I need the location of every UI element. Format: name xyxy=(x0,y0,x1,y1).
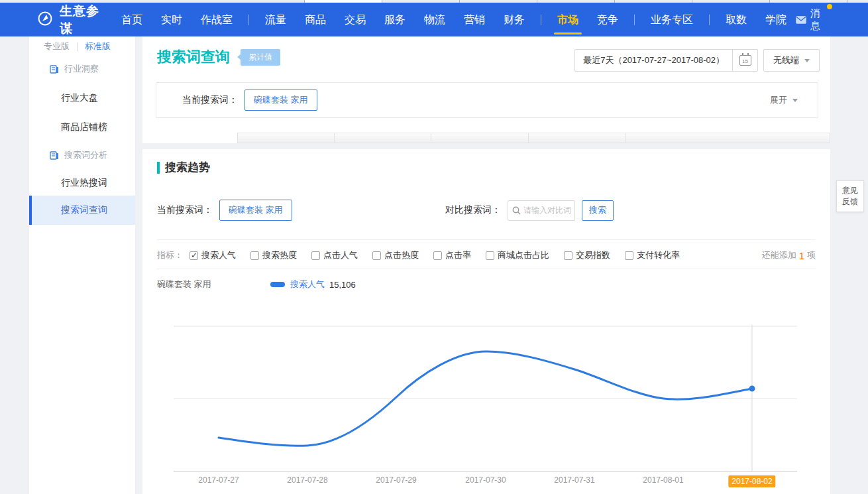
checkbox-icon[interactable] xyxy=(250,251,259,260)
sidebar-group-label: 搜索词分析 xyxy=(64,149,107,161)
divider xyxy=(157,239,816,240)
x-tick: 2017-07-27 xyxy=(198,475,239,485)
x-tick: 2017-07-29 xyxy=(376,475,416,485)
section-accent-bar xyxy=(157,162,160,174)
nav-item-marketing[interactable]: 营销 xyxy=(455,3,494,36)
tab-clipped[interactable] xyxy=(237,133,335,143)
x-axis-labels: 2017-07-27 2017-07-28 2017-07-29 2017-07… xyxy=(142,475,830,489)
nav-item-realtime[interactable]: 实时 xyxy=(152,3,191,36)
metric-trade-index[interactable]: 交易指数 xyxy=(564,249,610,261)
clipped-tab-strip xyxy=(142,133,830,143)
chevron-down-icon xyxy=(792,99,798,102)
sidebar-item-search-word-query[interactable]: 搜索词查询 xyxy=(29,196,135,225)
series-color-pill xyxy=(270,282,285,287)
checkbox-icon[interactable] xyxy=(486,251,494,260)
nav-item-business-zone[interactable]: 业务专区 xyxy=(641,3,702,36)
current-search-label: 当前搜索词： xyxy=(157,204,213,216)
chart-legend-row: 碗碟套装 家用 搜索人气 15,106 xyxy=(157,277,816,292)
calendar-cell[interactable]: 15 xyxy=(732,49,757,72)
compass-logo-icon xyxy=(37,11,53,29)
messages-button[interactable]: 消息 xyxy=(796,7,826,32)
metric-search-heat[interactable]: 搜索热度 xyxy=(250,249,297,261)
legend-metric-value: 15,106 xyxy=(329,280,356,290)
sidebar-item-product-shop-rank[interactable]: 商品店铺榜 xyxy=(61,121,107,133)
report-icon xyxy=(50,151,59,160)
page-title: 搜索词查询 xyxy=(157,47,230,67)
x-tick-highlighted: 2017-08-02 xyxy=(728,475,775,487)
checkbox-checked-icon[interactable] xyxy=(190,251,198,260)
legend-series[interactable]: 搜索人气 15,106 xyxy=(270,277,356,292)
nav-item-finance[interactable]: 财务 xyxy=(494,3,534,36)
version-switch: 专业版 标准版 xyxy=(44,40,111,52)
date-range-text: 最近7天（2017-07-27~2017-08-02） xyxy=(575,54,732,66)
nav-item-goods[interactable]: 商品 xyxy=(296,3,335,36)
brand-name: 生意参谋 xyxy=(60,3,103,37)
search-icon xyxy=(512,206,521,215)
tab-clipped-active[interactable] xyxy=(142,133,237,143)
compare-search-input[interactable] xyxy=(523,206,570,215)
current-search-term-tag[interactable]: 碗碟套装 家用 xyxy=(219,200,292,221)
metrics-label: 指标： xyxy=(157,249,183,261)
nav-divider xyxy=(248,15,249,25)
metric-search-popularity[interactable]: 搜索人气 xyxy=(190,249,236,261)
x-tick: 2017-08-01 xyxy=(643,475,683,485)
terminal-dropdown[interactable]: 无线端 xyxy=(763,49,820,72)
nav-divider xyxy=(541,15,541,25)
version-standard[interactable]: 标准版 xyxy=(85,40,111,52)
metric-click-heat[interactable]: 点击热度 xyxy=(372,249,419,261)
x-tick: 2017-07-30 xyxy=(465,475,506,485)
search-trend-card: 搜索趋势 当前搜索词： 碗碟套装 家用 对比搜索词： 搜索 指标： 搜索人气 xyxy=(142,149,830,494)
top-nav: 生意参谋 首页 实时 作战室 流量 商品 交易 服务 物流 营销 财务 市场 竞… xyxy=(0,3,868,36)
metric-click-rate[interactable]: 点击率 xyxy=(433,249,471,261)
current-term-row: 当前搜索词： 碗碟套装 家用 xyxy=(157,200,292,221)
nav-item-logistics[interactable]: 物流 xyxy=(415,3,455,36)
section-header: 搜索趋势 xyxy=(157,160,210,175)
checkbox-icon[interactable] xyxy=(433,251,442,260)
tab-clipped[interactable] xyxy=(528,133,625,143)
calendar-icon: 15 xyxy=(739,55,751,66)
current-search-label: 当前搜索词： xyxy=(182,94,238,106)
expand-label: 展开 xyxy=(770,94,787,106)
nav-item-market-active[interactable]: 市场 xyxy=(548,3,588,36)
nav-item-service[interactable]: 服务 xyxy=(375,3,415,36)
tab-clipped[interactable] xyxy=(431,133,529,143)
tab-clipped[interactable] xyxy=(625,133,830,143)
brand[interactable]: 生意参谋 xyxy=(37,3,103,37)
metric-mall-click-share[interactable]: 商城点击占比 xyxy=(486,249,549,261)
metric-click-popularity[interactable]: 点击人气 xyxy=(311,249,358,261)
nav-item-home[interactable]: 首页 xyxy=(112,3,152,36)
checkbox-icon[interactable] xyxy=(311,251,320,260)
sidebar-group-label: 行业洞察 xyxy=(64,63,99,75)
nav-item-competition[interactable]: 竞争 xyxy=(588,3,627,36)
section-title: 搜索趋势 xyxy=(165,160,210,175)
nav-item-academy[interactable]: 学院 xyxy=(756,3,796,36)
nav-item-trade[interactable]: 交易 xyxy=(335,3,375,36)
metric-payment-conversion[interactable]: 支付转化率 xyxy=(625,249,680,261)
sidebar-item-industry-overview[interactable]: 行业大盘 xyxy=(61,92,98,104)
envelope-icon xyxy=(796,16,806,24)
nav-item-warroom[interactable]: 作战室 xyxy=(191,3,242,36)
nav-item-traffic[interactable]: 流量 xyxy=(256,3,296,36)
sidebar-item-hot-search-words[interactable]: 行业热搜词 xyxy=(61,177,107,189)
legend-metric-name: 搜索人气 xyxy=(290,278,325,290)
sidebar-group-industry-insight: 行业洞察 xyxy=(50,63,99,75)
feedback-button[interactable]: 意见 反馈 xyxy=(836,180,864,212)
expand-toggle[interactable]: 展开 xyxy=(770,94,798,106)
sidebar-group-search-analysis: 搜索词分析 xyxy=(50,149,107,161)
date-range-picker[interactable]: 最近7天（2017-07-27~2017-08-02） 15 xyxy=(574,49,758,72)
tab-clipped[interactable] xyxy=(334,133,431,143)
chevron-down-icon xyxy=(804,59,810,62)
search-button[interactable]: 搜索 xyxy=(582,200,614,221)
add-more-count: 1 xyxy=(799,250,804,261)
current-search-term-tag[interactable]: 碗碟套装 家用 xyxy=(244,90,317,111)
checkbox-icon[interactable] xyxy=(625,251,633,260)
notification-dot xyxy=(827,4,832,9)
version-pro[interactable]: 专业版 xyxy=(44,40,70,52)
checkbox-icon[interactable] xyxy=(372,251,381,260)
trend-line-chart[interactable] xyxy=(157,318,817,475)
app-screen: 生意参谋 首页 实时 作战室 流量 商品 交易 服务 物流 营销 财务 市场 竞… xyxy=(0,0,868,494)
nav-divider xyxy=(709,15,710,25)
nav-item-data-fetch[interactable]: 取数 xyxy=(716,3,756,36)
version-separator xyxy=(77,42,78,51)
checkbox-icon[interactable] xyxy=(564,251,572,260)
